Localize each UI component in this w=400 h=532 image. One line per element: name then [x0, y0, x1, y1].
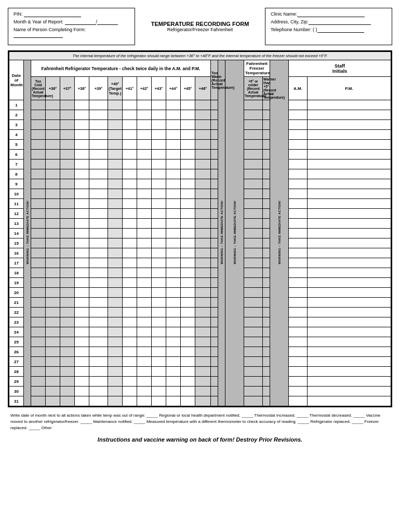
address-label: Address, City, Zip:	[271, 19, 386, 25]
temp-38-header: +38°	[75, 77, 89, 100]
temp-37-header: +37°	[60, 77, 75, 100]
table-row: 10	[9, 189, 391, 199]
top-right-box: Clinic Name: Address, City, Zip: Telepho…	[265, 8, 392, 45]
temp-40-header: +40°(Target Temp.)	[108, 77, 123, 100]
warning-text-left: WARNING – TAKE IMMEDIATE ACTION!	[26, 201, 29, 264]
name-label: Name of Person Completing Form:	[14, 27, 129, 38]
table-row: 20	[9, 288, 391, 298]
day-8: 8	[9, 169, 24, 179]
day-9: 9	[9, 179, 24, 189]
day-7: 7	[9, 159, 24, 169]
warning-text-right: WARNING – TAKE IMMEDIATE ACTION!	[278, 201, 281, 264]
pin-label: PIN:	[14, 11, 129, 17]
table-row: 28	[9, 367, 391, 377]
temp-39-header: +39°	[89, 77, 108, 100]
day-18: 18	[9, 268, 24, 278]
header-row-2: Too Cold(Record ActualTemperature) +36° …	[9, 77, 391, 100]
day-12: 12	[9, 209, 24, 219]
day-17: 17	[9, 258, 24, 268]
day-24: 24	[9, 327, 24, 337]
freezer-warm-header: Warmer than +5°(Record ActualTemperature…	[263, 77, 270, 100]
table-row: 22	[9, 308, 391, 317]
table-row: 25	[9, 337, 391, 347]
table-row: 1	[9, 100, 391, 110]
table-row: 7	[9, 159, 391, 169]
initials-main-header: StaffInitials	[289, 60, 391, 77]
telephone-label: Telephone Number: ( )	[271, 27, 386, 33]
freezer-warm-warning-col: WARNING – TAKE IMMEDIATE ACTION!	[270, 60, 289, 406]
am-header: A.M.	[289, 77, 308, 100]
footer-bottom: Instructions and vaccine warning on back…	[8, 436, 392, 443]
table-row: 13	[9, 219, 391, 229]
day-14: 14	[9, 229, 24, 238]
temp-46-header: +46°	[195, 77, 211, 100]
day-23: 23	[9, 317, 24, 327]
table-row: 24	[9, 327, 391, 337]
table-row: 2	[9, 110, 391, 120]
day-28: 28	[9, 367, 24, 377]
pm-header: P.M.	[308, 77, 391, 100]
day-3: 3	[9, 120, 24, 130]
day-22: 22	[9, 308, 24, 317]
main-grid: The internal temperature of the refriger…	[9, 51, 391, 406]
main-table-wrapper: The internal temperature of the refriger…	[8, 50, 392, 407]
table-row: 11	[9, 199, 391, 209]
day-27: 27	[9, 357, 24, 367]
table-row: 21	[9, 298, 391, 308]
table-row: 8	[9, 169, 391, 179]
table-row: 19	[9, 278, 391, 288]
day-21: 21	[9, 298, 24, 308]
clinic-name-label: Clinic Name:	[271, 11, 386, 17]
top-left-box: PIN: Month & Year of Report: / Name of P…	[8, 8, 135, 45]
day-6: 6	[9, 150, 24, 159]
table-row: 29	[9, 377, 391, 387]
day-26: 26	[9, 347, 24, 357]
table-row: 3	[9, 120, 391, 130]
day-30: 30	[9, 387, 24, 396]
day-25: 25	[9, 337, 24, 347]
temp-41-header: +41°	[123, 77, 137, 100]
day-15: 15	[9, 238, 24, 248]
day-31: 31	[9, 396, 24, 406]
day-13: 13	[9, 219, 24, 229]
table-row: 31	[9, 396, 391, 406]
freezer-cold-header: +5° or colder(Record ActualTemperature)	[244, 77, 263, 100]
day-2: 2	[9, 110, 24, 120]
day-4: 4	[9, 130, 24, 140]
table-row: 23	[9, 317, 391, 327]
table-row: 12	[9, 209, 391, 219]
table-row: 14	[9, 229, 391, 238]
top-center-box: TEMPERATURE RECORDING FORM Refrigerator/…	[135, 8, 265, 45]
freezer-main-header: Fahrenheit Freezer Temperature	[244, 60, 270, 77]
day-10: 10	[9, 189, 24, 199]
table-row: 9	[9, 179, 391, 189]
header-row-1: DateofMonth WARNING – TAKE IMMEDIATE ACT…	[9, 60, 391, 77]
notice-row: The internal temperature of the refriger…	[9, 52, 391, 60]
month-year-label: Month & Year of Report: /	[14, 19, 129, 25]
warning-text-middle: WARNING – TAKE IMMEDIATE ACTION!	[220, 201, 223, 264]
table-row: 26	[9, 347, 391, 357]
footer-notes: Write date of month next to all actions …	[8, 413, 392, 431]
freezer-cold-warning-col: WARNING – TAKE IMMEDIATE ACTION!	[225, 60, 244, 406]
table-row: 17	[9, 258, 391, 268]
temp-42-header: +42°	[137, 77, 152, 100]
temp-44-header: +44°	[166, 77, 181, 100]
day-5: 5	[9, 140, 24, 150]
day-1: 1	[9, 100, 24, 110]
day-20: 20	[9, 288, 24, 298]
notice-cell: The internal temperature of the refriger…	[9, 52, 391, 60]
temp-43-header: +43°	[152, 77, 166, 100]
table-row: 4	[9, 130, 391, 140]
too-warm-header: Too Warm(Record ActualTemperature)	[211, 60, 218, 100]
day-19: 19	[9, 278, 24, 288]
top-header: PIN: Month & Year of Report: / Name of P…	[8, 8, 392, 45]
table-row: 15	[9, 238, 391, 248]
form-subtitle: Refrigerator/Freezer Fahrenheit	[167, 27, 233, 32]
table-row: 27	[9, 357, 391, 367]
form-title: TEMPERATURE RECORDING FORM	[151, 21, 249, 27]
day-11: 11	[9, 199, 24, 209]
table-row: 6	[9, 150, 391, 159]
day-29: 29	[9, 377, 24, 387]
table-row: 16	[9, 248, 391, 258]
too-cold-warning-col: WARNING – TAKE IMMEDIATE ACTION!	[24, 60, 31, 406]
